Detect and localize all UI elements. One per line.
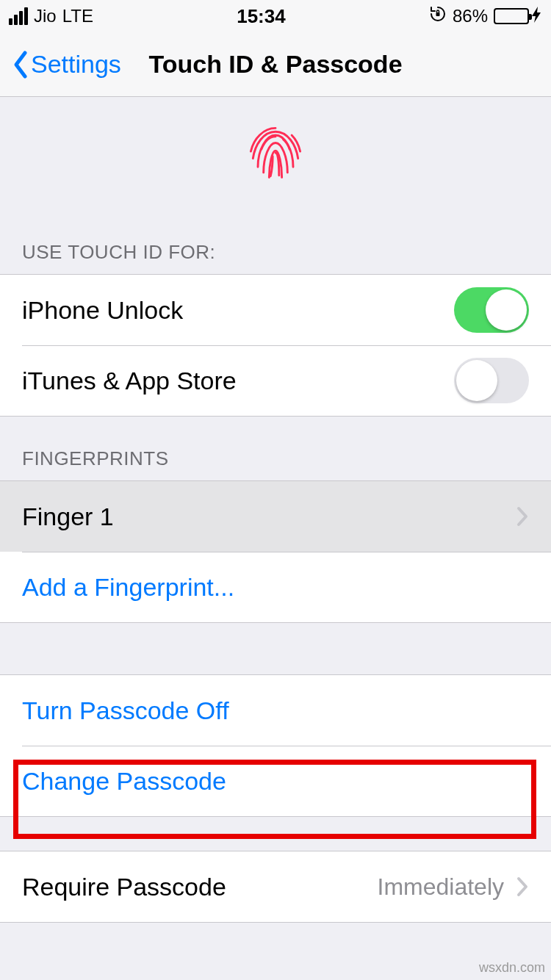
back-button[interactable]: Settings <box>12 50 121 79</box>
group-passcode-actions: Turn Passcode Off Change Passcode <box>0 674 551 817</box>
row-label: Change Passcode <box>22 767 529 796</box>
carrier-label: Jio <box>34 6 57 26</box>
row-iphone-unlock: iPhone Unlock <box>0 275 551 345</box>
group-require-passcode: Require Passcode Immediately <box>0 851 551 923</box>
network-label: LTE <box>62 6 93 26</box>
status-left: Jio LTE <box>9 6 93 26</box>
chevron-right-icon <box>516 876 529 898</box>
orientation-lock-icon <box>429 5 447 27</box>
touch-id-hero <box>0 97 551 210</box>
group-fingerprints: Finger 1 Add a Fingerprint... <box>0 480 551 623</box>
group-use-for: iPhone Unlock iTunes & App Store <box>0 274 551 417</box>
section-gap <box>0 623 551 674</box>
nav-bar: Settings Touch ID & Passcode <box>0 32 551 97</box>
row-turn-passcode-off[interactable]: Turn Passcode Off <box>0 675 551 746</box>
battery-icon <box>494 7 542 26</box>
clock-label: 15:34 <box>237 5 286 28</box>
row-change-passcode[interactable]: Change Passcode <box>0 746 551 816</box>
row-label: iPhone Unlock <box>22 296 454 325</box>
toggle-iphone-unlock[interactable] <box>454 287 529 333</box>
row-value: Immediately <box>378 873 505 901</box>
row-itunes-app-store: iTunes & App Store <box>0 345 551 416</box>
row-label: iTunes & App Store <box>22 367 454 395</box>
charging-icon <box>532 7 542 26</box>
row-require-passcode[interactable]: Require Passcode Immediately <box>0 851 551 922</box>
section-gap <box>0 817 551 851</box>
row-label: Turn Passcode Off <box>22 696 529 725</box>
section-header-use-for: USE TOUCH ID FOR: <box>0 210 551 274</box>
fingerprint-icon <box>240 118 311 188</box>
chevron-right-icon <box>516 505 529 527</box>
watermark: wsxdn.com <box>479 960 545 976</box>
row-add-fingerprint[interactable]: Add a Fingerprint... <box>0 552 551 622</box>
back-label: Settings <box>31 50 121 79</box>
svg-rect-0 <box>436 12 439 16</box>
section-header-fingerprints: FINGERPRINTS <box>0 417 551 480</box>
status-right: 86% <box>429 5 542 27</box>
toggle-itunes-app-store[interactable] <box>454 358 529 403</box>
row-label: Add a Fingerprint... <box>22 573 529 602</box>
signal-icon <box>9 7 28 25</box>
battery-pct-label: 86% <box>453 6 488 26</box>
row-label: Finger 1 <box>22 502 516 531</box>
chevron-left-icon <box>12 50 29 79</box>
row-finger-1[interactable]: Finger 1 <box>0 481 551 552</box>
row-label: Require Passcode <box>22 873 378 901</box>
status-bar: Jio LTE 15:34 86% <box>0 0 551 32</box>
